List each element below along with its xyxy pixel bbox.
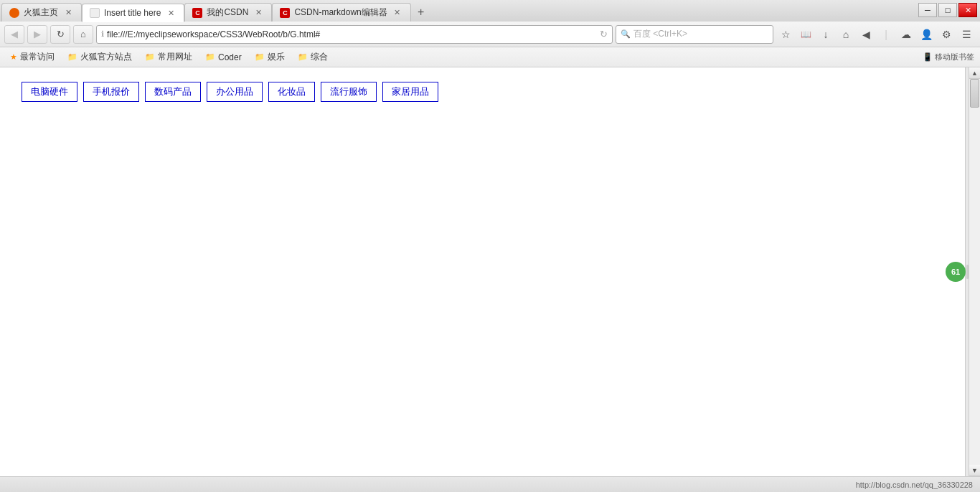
tab-fox-label: 火狐主页 [24,6,58,19]
tab-markdown-close[interactable]: ✕ [392,7,403,19]
reload-icon: ↻ [600,29,608,39]
tab-markdown-label: CSDN-markdown编辑器 [294,6,387,19]
page-wrapper: 电脑硬件手机报价数码产品办公用品化妆品流行服饰家居用品 61 ▲ ▼ [0,67,980,476]
page-nav-button[interactable]: 办公用品 [207,82,263,102]
bookmark-general[interactable]: 📁 综合 [293,49,332,65]
scrollbar-track[interactable] [969,79,980,465]
bookmark-general-label: 综合 [311,51,328,63]
status-bar: http://blog.csdn.net/qq_36330228 [0,476,980,492]
scrollbar[interactable]: ▲ ▼ [969,67,980,476]
new-tab-button[interactable]: + [411,3,431,22]
reader-button[interactable]: 📖 [796,25,815,44]
nav-icons: ☆ 📖 ↓ ⌂ ◀ | ☁ 👤 ⚙ ☰ [776,25,976,44]
bookmark-common-sites-label: 常用网址 [158,51,192,63]
account-button[interactable]: 👤 [917,25,936,44]
page-nav-button[interactable]: 流行服饰 [321,82,377,102]
back-nav-button[interactable]: ◀ [857,25,875,44]
tab-insert-label: Insert title here [104,8,161,18]
tabs-bar: 火狐主页 ✕ Insert title here ✕ C 我的CSDN ✕ C … [0,0,980,22]
lock-icon: ℹ [101,29,104,39]
settings-button[interactable]: ⚙ [937,25,956,44]
bookmark-fox-official[interactable]: 📁 火狐官方站点 [63,49,136,65]
page-nav-button[interactable]: 化妆品 [268,82,315,102]
address-text: file:///E:/myeclipseworkspace/CSS3/WebRo… [107,29,597,39]
browser-window: 火狐主页 ✕ Insert title here ✕ C 我的CSDN ✕ C … [0,0,980,492]
address-bar[interactable]: ℹ file:///E:/myeclipseworkspace/CSS3/Web… [96,25,613,44]
minimize-button[interactable]: ─ [918,3,937,17]
mobile-bookmark-icon: 📱 [923,52,933,62]
tab-fox[interactable]: 火狐主页 ✕ [1,3,82,22]
window-controls: ─ □ ✕ [918,3,980,17]
home-button[interactable]: ⌂ [73,25,93,44]
menu-button[interactable]: ☰ [957,25,976,44]
navigation-bar: ◀ ▶ ↻ ⌂ ℹ file:///E:/myeclipseworkspace/… [0,22,980,47]
scrollbar-thumb[interactable] [970,79,979,108]
bookmark-fox-official-label: 火狐官方站点 [80,51,132,63]
bookmark-coder[interactable]: 📁 Coder [201,51,246,64]
folder-icon-entertainment: 📁 [255,52,265,62]
folder-icon-fox: 📁 [67,52,77,62]
bookmark-coder-label: Coder [218,52,242,62]
page-navigation: 电脑硬件手机报价数码产品办公用品化妆品流行服饰家居用品 [22,82,958,102]
fox-tab-icon [9,8,19,18]
bookmark-entertainment-label: 娱乐 [268,51,285,63]
sync-button[interactable]: ☁ [897,25,915,44]
download-button[interactable]: ↓ [816,25,835,44]
insert-tab-icon [90,8,100,18]
csdn-markdown-tab-icon: C [280,8,290,18]
bookmark-common-sites[interactable]: 📁 常用网址 [141,49,197,65]
folder-icon-common: 📁 [145,52,155,62]
search-bar[interactable]: 🔍 百度 <Ctrl+K> [616,25,773,44]
tab-mycsdn-label: 我的CSDN [207,6,248,19]
folder-icon-general: 📁 [298,52,308,62]
tab-markdown[interactable]: C CSDN-markdown编辑器 ✕ [272,3,410,22]
bookmark-most-visited[interactable]: ★ 最常访问 [6,49,59,65]
bookmark-star-button[interactable]: ☆ [776,25,795,44]
page-nav-button[interactable]: 数码产品 [145,82,201,102]
folder-icon-coder: 📁 [205,52,215,62]
separator: | [877,25,895,44]
scrollbar-line-dot [966,265,969,279]
search-icon: 🔍 [621,29,631,39]
green-badge: 61 [946,262,966,282]
mobile-bookmark-button[interactable]: 📱 移动版书签 [923,52,974,62]
bookmark-right-section: 📱 移动版书签 [923,52,974,62]
refresh-button[interactable]: ↻ [50,25,70,44]
mobile-bookmark-label: 移动版书签 [935,52,974,62]
search-placeholder: 百度 <Ctrl+K> [633,28,687,40]
page-nav-button[interactable]: 手机报价 [83,82,139,102]
scrollbar-down-button[interactable]: ▼ [969,465,980,476]
home-nav-button[interactable]: ⌂ [837,25,855,44]
bookmarks-bar: ★ 最常访问 📁 火狐官方站点 📁 常用网址 📁 Coder 📁 娱乐 📁 综合… [0,47,980,67]
close-button[interactable]: ✕ [958,3,977,17]
title-bar: 火狐主页 ✕ Insert title here ✕ C 我的CSDN ✕ C … [0,0,980,22]
tab-insert[interactable]: Insert title here ✕ [82,4,184,22]
page-content: 电脑硬件手机报价数码产品办公用品化妆品流行服饰家居用品 61 [0,67,980,476]
bookmark-most-visited-label: 最常访问 [20,51,55,63]
tab-insert-close[interactable]: ✕ [165,7,176,19]
tab-mycsdn[interactable]: C 我的CSDN ✕ [184,3,272,22]
star-icon: ★ [10,52,17,62]
page-nav-button[interactable]: 家居用品 [382,82,438,102]
forward-button[interactable]: ▶ [27,25,47,44]
csdn-tab-icon: C [192,8,202,18]
bookmark-entertainment[interactable]: 📁 娱乐 [250,49,289,65]
back-button[interactable]: ◀ [4,25,24,44]
status-url: http://blog.csdn.net/qq_36330228 [856,481,973,489]
scrollbar-up-button[interactable]: ▲ [969,67,980,79]
tab-fox-close[interactable]: ✕ [62,7,74,19]
page-nav-button[interactable]: 电脑硬件 [22,82,77,102]
tab-mycsdn-close[interactable]: ✕ [253,7,264,19]
maximize-button[interactable]: □ [938,3,957,17]
